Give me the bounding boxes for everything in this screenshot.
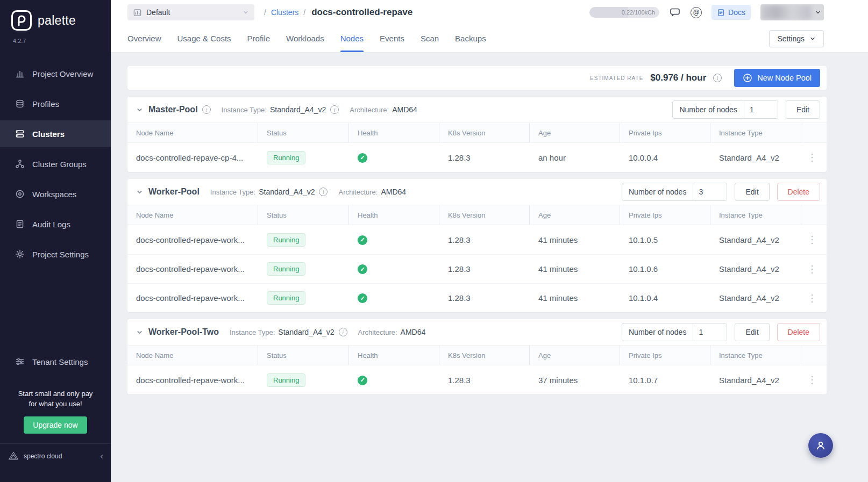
edit-pool-button[interactable]: Edit <box>735 323 769 341</box>
number-of-nodes-input[interactable] <box>693 323 727 341</box>
info-icon[interactable]: i <box>319 188 328 196</box>
tab-workloads[interactable]: Workloads <box>286 25 324 52</box>
check-glyph: ✓ <box>360 236 365 243</box>
tab-usage-costs[interactable]: Usage & Costs <box>177 25 231 52</box>
column-header: Health <box>349 205 439 225</box>
tab-nodes[interactable]: Nodes <box>340 25 364 52</box>
assistant-fab-button[interactable] <box>808 433 833 458</box>
edit-pool-button[interactable]: Edit <box>735 183 769 201</box>
instance-type-label: Instance Type: <box>222 106 267 114</box>
brand-row: palette <box>0 0 111 31</box>
check-glyph: ✓ <box>360 377 365 384</box>
settings-button[interactable]: Settings <box>769 30 824 47</box>
collapse-pool-icon[interactable] <box>136 329 143 336</box>
check-glyph: ✓ <box>360 266 365 273</box>
node-row: docs-controlled-repave-work... Running ✓… <box>127 254 827 283</box>
sidebar-item-label: Clusters <box>32 130 65 139</box>
tab-profile[interactable]: Profile <box>247 25 271 52</box>
node-table-header: Node Name Status Health K8s Version Age … <box>127 123 827 143</box>
node-row: docs-controlled-repave-cp-4... Running ✓… <box>127 143 827 172</box>
footer-brand: spectro cloud <box>24 452 62 460</box>
column-header-empty <box>801 346 827 365</box>
user-info-redacted <box>762 5 811 19</box>
k8s-version: 1.28.3 <box>439 264 530 274</box>
sidebar-item-tenant-settings[interactable]: Tenant Settings <box>0 348 111 375</box>
sidebar-item-label: Audit Logs <box>32 220 70 229</box>
chat-icon[interactable] <box>669 6 681 18</box>
node-table-header: Node Name Status Health K8s Version Age … <box>127 345 827 365</box>
info-icon[interactable]: i <box>713 74 722 82</box>
sidebar-item-cluster-groups[interactable]: Cluster Groups <box>0 150 111 177</box>
edit-pool-button[interactable]: Edit <box>786 100 820 119</box>
tab-backups[interactable]: Backups <box>455 25 486 52</box>
rate-bar: ESTIMATED RATE $0.976 / hour i New Node … <box>127 66 827 90</box>
breadcrumb-separator: / <box>264 8 266 17</box>
row-menu-icon[interactable]: ⋮ <box>807 153 817 162</box>
column-header: K8s Version <box>439 205 530 225</box>
column-header: Private Ips <box>620 123 710 142</box>
column-header: Age <box>530 346 620 365</box>
support-at-icon[interactable]: @ <box>691 7 702 18</box>
private-ip: 10.1.0.4 <box>620 293 710 303</box>
sidebar-item-workspaces[interactable]: Workspaces <box>0 181 111 207</box>
delete-pool-button[interactable]: Delete <box>777 183 820 201</box>
column-header: Instance Type <box>710 205 801 225</box>
tab-events[interactable]: Events <box>380 25 404 52</box>
status-badge: Running <box>267 151 305 164</box>
info-glyph: i <box>717 75 718 81</box>
app-root: palette 4.2.7 Project Overview Profiles <box>0 0 868 482</box>
project-selector[interactable]: Default <box>127 4 254 20</box>
sidebar-item-project-settings[interactable]: Project Settings <box>0 241 111 268</box>
info-glyph: i <box>323 189 324 195</box>
row-menu-icon[interactable]: ⋮ <box>807 293 817 303</box>
row-menu-icon[interactable]: ⋮ <box>807 375 817 385</box>
collapse-pool-icon[interactable] <box>136 106 143 113</box>
number-of-nodes-input[interactable] <box>744 101 778 118</box>
tab-label: Usage & Costs <box>177 34 231 43</box>
node-age: an hour <box>530 153 620 162</box>
instance-type-value: Standard_A4_v2 <box>270 105 326 114</box>
node-row: docs-controlled-repave-work... Running ✓… <box>127 225 827 254</box>
tab-overview[interactable]: Overview <box>127 25 161 52</box>
column-header: Instance Type <box>710 123 801 142</box>
sidebar-item-audit-logs[interactable]: Audit Logs <box>0 211 111 238</box>
sidebar-item-label: Profiles <box>32 99 59 109</box>
row-menu-icon[interactable]: ⋮ <box>807 264 817 274</box>
upgrade-now-button[interactable]: Upgrade now <box>24 416 87 434</box>
info-icon[interactable]: i <box>330 105 339 114</box>
new-node-pool-button[interactable]: New Node Pool <box>734 69 820 87</box>
column-header: Instance Type <box>710 346 801 365</box>
instance-type-value: Standard_A4_v2 <box>278 328 334 336</box>
nodes-content: ESTIMATED RATE $0.976 / hour i New Node … <box>111 53 868 482</box>
info-icon[interactable]: i <box>202 105 211 114</box>
docs-button[interactable]: Docs <box>712 5 751 20</box>
breadcrumb: / Clusters / docs-controlled-repave <box>264 7 412 18</box>
sidebar-item-project-overview[interactable]: Project Overview <box>0 60 111 87</box>
info-icon[interactable]: i <box>339 328 347 336</box>
breadcrumb-clusters-link[interactable]: Clusters <box>271 8 298 17</box>
node-name: docs-controlled-repave-work... <box>127 264 258 274</box>
node-name: docs-controlled-repave-work... <box>127 235 258 244</box>
chevron-down-icon <box>815 9 821 16</box>
number-of-nodes-input[interactable] <box>693 183 727 200</box>
number-of-nodes-control: Number of nodes <box>622 183 727 201</box>
node-age: 41 minutes <box>530 235 620 244</box>
delete-pool-button[interactable]: Delete <box>777 323 820 341</box>
node-table-header: Node Name Status Health K8s Version Age … <box>127 205 827 225</box>
row-menu-icon[interactable]: ⋮ <box>807 235 817 244</box>
top-bar-right: 0.22/100kCh @ Docs <box>589 4 824 20</box>
usage-meter: 0.22/100kCh <box>589 7 659 18</box>
collapse-sidebar-icon[interactable]: ‹ <box>100 451 103 461</box>
sidebar-item-profiles[interactable]: Profiles <box>0 90 111 117</box>
status-badge: Running <box>267 291 305 305</box>
user-menu[interactable] <box>760 4 824 20</box>
node-name: docs-controlled-repave-work... <box>127 376 258 385</box>
column-header-empty <box>801 205 827 225</box>
number-of-nodes-label: Number of nodes <box>673 101 744 118</box>
column-header: Status <box>258 123 349 142</box>
collapse-pool-icon[interactable] <box>136 189 143 196</box>
tab-scan[interactable]: Scan <box>421 25 439 52</box>
sidebar-item-clusters[interactable]: Clusters <box>0 120 111 147</box>
page-title: docs-controlled-repave <box>311 7 412 18</box>
instance-type: Standard_A4_v2 <box>710 264 801 274</box>
